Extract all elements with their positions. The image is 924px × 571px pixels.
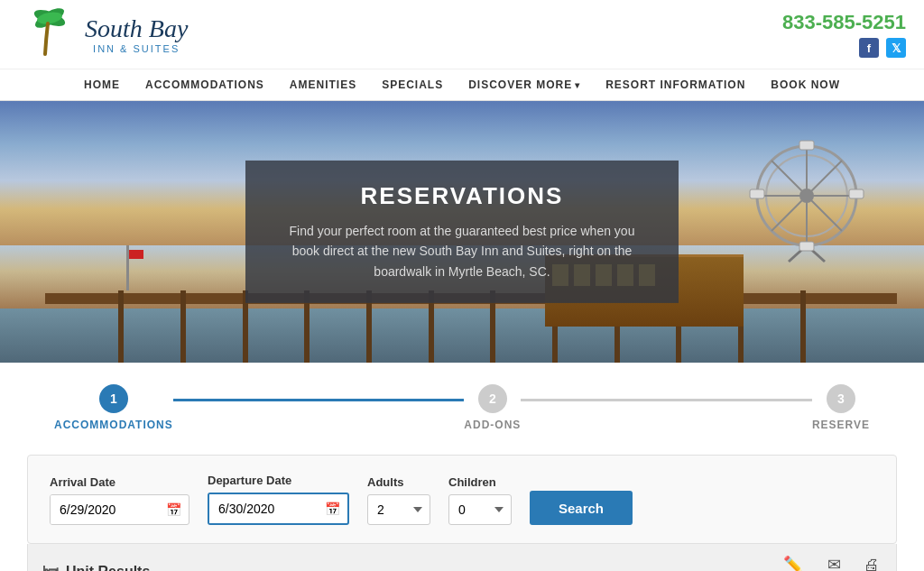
ferris-wheel — [744, 137, 870, 263]
step-reserve[interactable]: 3 RESERVE — [812, 384, 870, 431]
results-title-text: Unit Results — [66, 564, 150, 572]
phone-number: 833-585-5251 — [782, 11, 906, 34]
svg-rect-14 — [750, 189, 764, 198]
modify-button[interactable]: ✏️ Modify — [778, 555, 807, 571]
flag-icon — [129, 250, 143, 259]
search-form: Arrival Date 📅 Departure Date 📅 Adults 1… — [50, 474, 874, 525]
svg-rect-13 — [799, 242, 814, 251]
logo[interactable]: South Bay INN & SUITES — [18, 7, 188, 61]
logo-text: South Bay — [85, 14, 188, 43]
svg-rect-12 — [799, 141, 814, 150]
step-line-1 — [173, 399, 465, 401]
arrival-label: Arrival Date — [50, 475, 189, 489]
nav-amenities[interactable]: AMENITIES — [290, 78, 356, 91]
header-contact: 833-585-5251 f 𝕏 — [782, 11, 906, 58]
departure-calendar-icon[interactable]: 📅 — [318, 494, 347, 523]
social-links: f 𝕏 — [859, 38, 906, 58]
nav-discover-more[interactable]: DISCOVER MORE ▾ — [468, 78, 580, 91]
hero-overlay: RESERVATIONS Find your perfect room at t… — [245, 161, 679, 303]
departure-input-wrapper: 📅 — [208, 493, 349, 525]
print-icon: 🖨 — [864, 556, 880, 572]
step-line-2 — [521, 399, 812, 401]
modify-icon: ✏️ — [783, 555, 803, 571]
print-button[interactable]: 🖨 Print — [861, 556, 882, 572]
search-section: Arrival Date 📅 Departure Date 📅 Adults 1… — [27, 455, 897, 544]
adults-group: Adults 1 2 3 4 5 — [367, 475, 430, 525]
step-2-label: ADD-ONS — [464, 419, 521, 431]
search-button[interactable]: Search — [530, 491, 633, 525]
departure-date-input[interactable] — [209, 494, 318, 523]
nav-resort-information[interactable]: RESORT INFORMATION — [605, 78, 745, 91]
hero-title: RESERVATIONS — [282, 182, 642, 210]
results-title: 🛏 Unit Results — [42, 562, 150, 571]
arrival-input-wrapper: 📅 — [50, 494, 189, 525]
dropdown-arrow-icon: ▾ — [575, 80, 580, 90]
logo-subtext: INN & SUITES — [85, 43, 188, 54]
departure-group: Departure Date 📅 — [208, 474, 349, 525]
hero-description: Find your perfect room at the guaranteed… — [282, 221, 642, 281]
nav-book-now[interactable]: BOOK NOW — [771, 78, 840, 91]
bed-icon: 🛏 — [42, 562, 59, 571]
children-label: Children — [448, 475, 512, 489]
step-addons[interactable]: 2 ADD-ONS — [464, 384, 521, 431]
email-icon: ✉ — [827, 555, 841, 571]
adults-select[interactable]: 1 2 3 4 5 — [367, 494, 430, 525]
results-actions: ✏️ Modify ✉ Email 🖨 Print — [778, 555, 882, 571]
nav-specials[interactable]: SPECIALS — [382, 78, 443, 91]
hero-section: RESERVATIONS Find your perfect room at t… — [0, 101, 924, 363]
children-group: Children 0 1 2 3 4 — [448, 475, 512, 525]
steps-track: 1 ACCOMMODATIONS 2 ADD-ONS 3 RESERVE — [54, 384, 870, 431]
twitter-icon[interactable]: 𝕏 — [886, 38, 906, 58]
results-bar: 🛏 Unit Results ✏️ Modify ✉ Email 🖨 Print — [27, 544, 897, 571]
booking-steps: 1 ACCOMMODATIONS 2 ADD-ONS 3 RESERVE — [0, 363, 924, 446]
arrival-date-input[interactable] — [51, 495, 159, 524]
arrival-calendar-icon[interactable]: 📅 — [159, 495, 189, 524]
adults-label: Adults — [367, 475, 430, 489]
nav-accommodations[interactable]: ACCOMMODATIONS — [145, 78, 264, 91]
step-3-label: RESERVE — [812, 419, 870, 431]
main-nav: HOME ACCOMMODATIONS AMENITIES SPECIALS D… — [0, 69, 924, 101]
facebook-icon[interactable]: f — [859, 38, 879, 58]
step-1-label: ACCOMMODATIONS — [54, 419, 173, 431]
departure-label: Departure Date — [208, 474, 349, 487]
email-button[interactable]: ✉ Email — [822, 555, 847, 571]
nav-home[interactable]: HOME — [84, 78, 120, 91]
header: South Bay INN & SUITES 833-585-5251 f 𝕏 — [0, 0, 924, 69]
step-1-circle: 1 — [99, 384, 128, 413]
children-select[interactable]: 0 1 2 3 4 — [448, 494, 512, 525]
step-accommodations[interactable]: 1 ACCOMMODATIONS — [54, 384, 173, 431]
arrival-group: Arrival Date 📅 — [50, 475, 189, 525]
svg-rect-15 — [849, 189, 864, 198]
step-2-circle: 2 — [478, 384, 507, 413]
flag-pole — [126, 245, 129, 290]
step-3-circle: 3 — [827, 384, 855, 413]
